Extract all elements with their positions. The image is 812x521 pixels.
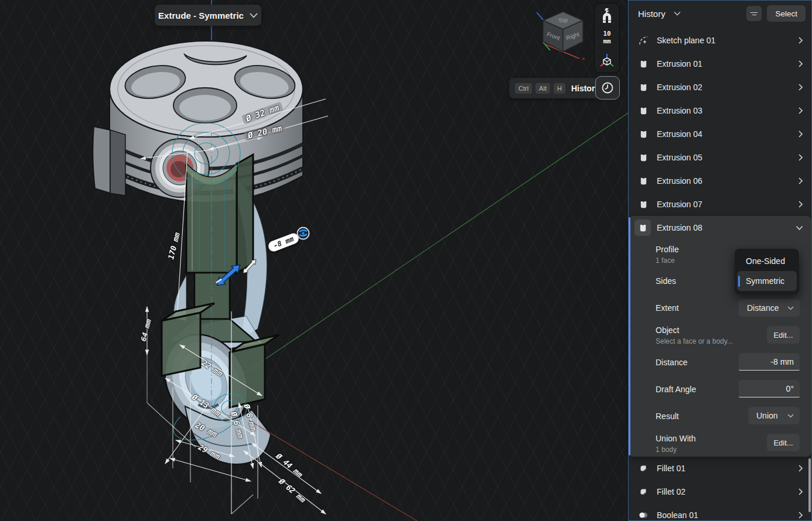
history-shortcut-hint: Ctrl Alt H History: [509, 78, 606, 98]
chevron-down-icon: [787, 414, 794, 418]
history-item-extrusion-05[interactable]: Extrusion 05: [629, 146, 811, 169]
chevron-right-icon[interactable]: [798, 511, 803, 519]
history-item-extrusion-06[interactable]: Extrusion 06: [629, 169, 811, 193]
history-item-extrusion-01[interactable]: Extrusion 01: [629, 52, 811, 76]
extrusion-icon: [638, 177, 649, 186]
union-with-value: 1 body: [656, 445, 677, 454]
navigation-cube[interactable]: X Top Front Right: [536, 7, 590, 61]
extrusion-icon: [638, 153, 649, 162]
key-chip-alt: Alt: [535, 83, 550, 94]
nav-cube-axis-x-label: X: [582, 56, 585, 61]
extent-dropdown[interactable]: Distance: [739, 299, 800, 317]
extrusion-icon: [638, 200, 649, 209]
extrusion-icon: [634, 220, 651, 236]
viewport-3d[interactable]: Ø 32 mm Ø 20 mm 170 mm 64 mm 22 mm Ø 13 …: [0, 0, 628, 521]
filter-button[interactable]: [746, 6, 762, 21]
panel-scrollbar[interactable]: [808, 458, 811, 512]
fillet-icon: [638, 487, 649, 496]
extrusion-icon: [638, 60, 649, 68]
history-item-sketch-plane-01[interactable]: Sketch plane 01: [629, 29, 811, 52]
chevron-right-icon[interactable]: [798, 464, 803, 472]
clock-icon: [601, 81, 614, 94]
history-item-fillet-01[interactable]: Fillet 01: [629, 457, 811, 480]
chevron-down-icon: [787, 306, 794, 310]
boolean-icon: [638, 511, 649, 519]
union-with-label: Union With: [656, 434, 695, 443]
chevron-right-icon[interactable]: [798, 153, 803, 162]
mode-selector-label: Extrude - Symmetric: [158, 11, 244, 20]
history-item-extrusion-02[interactable]: Extrusion 02: [629, 76, 811, 99]
distance-label: Distance: [656, 358, 687, 367]
select-button[interactable]: Select: [767, 5, 806, 22]
chevron-right-icon[interactable]: [798, 107, 803, 115]
chevron-down-icon[interactable]: [674, 11, 681, 16]
history-item-fillet-02[interactable]: Fillet 02: [629, 480, 811, 503]
profile-value: 1 face: [656, 256, 675, 265]
chevron-down-icon[interactable]: [796, 225, 803, 231]
history-toggle-button[interactable]: [595, 76, 620, 100]
selected-option-indicator: [738, 276, 740, 287]
viewport-toolbar: 10 mm: [594, 3, 620, 73]
chevron-right-icon[interactable]: [798, 60, 803, 68]
profile-label: Profile: [656, 245, 679, 254]
history-panel-header: History Select: [629, 1, 811, 26]
history-item-extrusion-03[interactable]: Extrusion 03: [629, 99, 811, 122]
sphere-toggle-button[interactable]: [296, 227, 310, 240]
key-chip-ctrl: Ctrl: [515, 83, 532, 94]
chevron-right-icon[interactable]: [798, 36, 803, 44]
active-item-accent-bar: [629, 217, 630, 455]
history-item-extrusion-08[interactable]: Extrusion 08: [629, 216, 811, 239]
sketch-plane-icon: [638, 36, 649, 46]
chevron-down-icon: [250, 13, 258, 18]
chevron-right-icon[interactable]: [798, 83, 803, 91]
object-hint: Select a face or a body...: [656, 337, 733, 345]
extrusion-icon: [638, 83, 649, 92]
history-item-extrusion-07[interactable]: Extrusion 07: [629, 193, 811, 216]
sides-option-symmetric[interactable]: Symmetric: [737, 271, 797, 291]
fillet-icon: [638, 464, 649, 473]
result-label: Result: [656, 412, 679, 421]
result-dropdown[interactable]: Union: [748, 407, 800, 424]
history-item-extrusion-08-expanded: Extrusion 08 Profile 1 face Edit... Side…: [629, 216, 811, 457]
origin-axes-icon[interactable]: [599, 53, 615, 68]
history-item-boolean-01[interactable]: Boolean 01: [629, 503, 811, 521]
distance-input[interactable]: [739, 353, 800, 371]
chevron-right-icon[interactable]: [798, 488, 803, 496]
history-list: Sketch plane 01 Extrusion 01 Extrusion 0…: [629, 26, 811, 521]
sides-label: Sides: [656, 276, 676, 286]
draft-angle-label: Draft Angle: [656, 385, 696, 394]
sides-option-one-sided[interactable]: One-Sided: [737, 251, 797, 271]
history-panel: History Select Sketch plane: [628, 0, 812, 521]
extrusion-icon: [638, 107, 649, 115]
axis-x-red: [249, 420, 417, 521]
history-item-extrusion-04[interactable]: Extrusion 04: [629, 122, 811, 146]
panel-title[interactable]: History: [638, 9, 666, 19]
draft-angle-input[interactable]: [739, 380, 800, 397]
connecting-rod[interactable]: [149, 155, 279, 464]
extrusion-icon: [638, 130, 649, 139]
extent-label: Extent: [656, 303, 679, 313]
key-chip-h: H: [554, 83, 565, 94]
nav-cube-top-label: Top: [558, 16, 568, 24]
union-with-edit-button[interactable]: Edit...: [767, 434, 800, 451]
object-edit-button[interactable]: Edit...: [767, 326, 800, 344]
filter-icon: [750, 11, 758, 17]
chevron-right-icon[interactable]: [798, 177, 803, 185]
chevron-right-icon[interactable]: [798, 130, 803, 138]
grid-size-indicator[interactable]: 10 mm: [603, 30, 610, 45]
chevron-right-icon[interactable]: [798, 200, 803, 208]
sides-dropdown-popup: One-Sided Symmetric: [735, 249, 799, 294]
app-window: Ø 32 mm Ø 20 mm 170 mm 64 mm 22 mm Ø 13 …: [0, 0, 812, 521]
snap-magnet-icon[interactable]: [600, 8, 614, 23]
object-label: Object: [656, 325, 679, 335]
mode-selector-dropdown[interactable]: Extrude - Symmetric: [155, 5, 261, 26]
